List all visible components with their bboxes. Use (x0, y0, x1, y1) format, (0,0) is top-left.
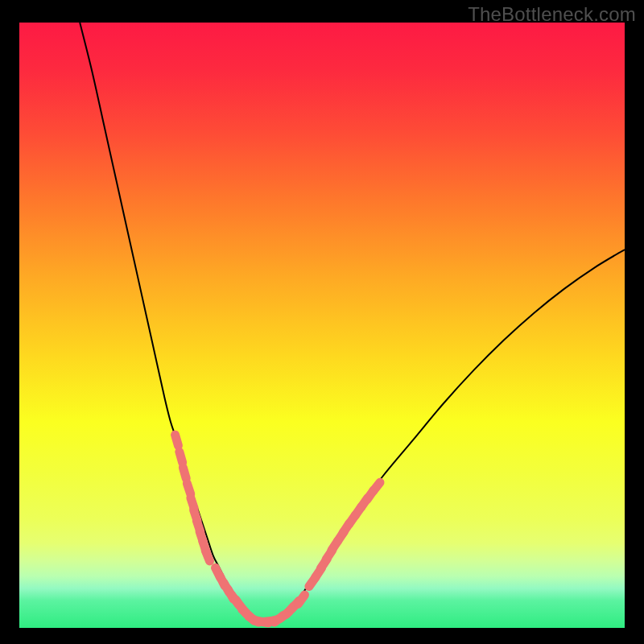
gradient-background (19, 23, 625, 628)
chart-frame: TheBottleneck.com (0, 0, 644, 644)
data-dot (175, 435, 179, 445)
bottleneck-chart (19, 23, 625, 628)
data-dot (298, 595, 304, 604)
data-dot (183, 468, 186, 478)
data-dot (205, 551, 209, 561)
plot-area (19, 23, 625, 628)
data-dot (180, 452, 183, 462)
data-dot (187, 483, 190, 493)
data-dot (373, 482, 380, 491)
watermark-text: TheBottleneck.com (468, 3, 636, 26)
